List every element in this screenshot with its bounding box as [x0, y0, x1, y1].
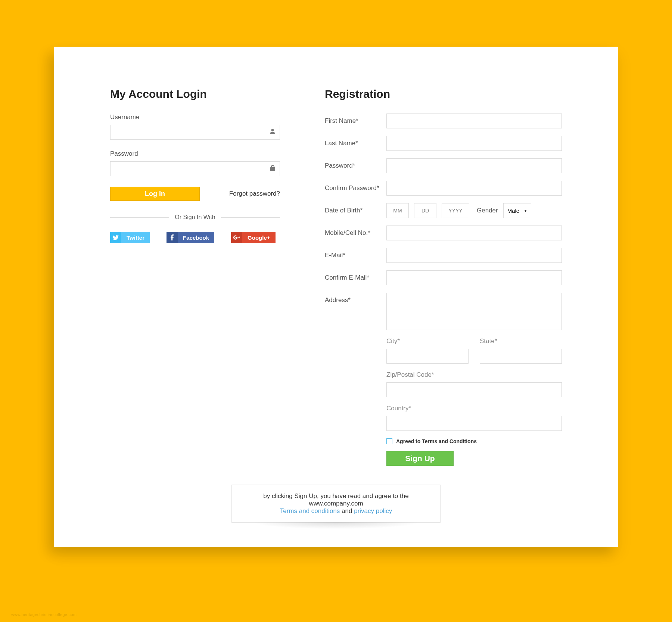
privacy-link[interactable]: privacy policy — [354, 507, 392, 514]
first-name-label: First Name* — [325, 117, 386, 125]
city-input[interactable] — [386, 349, 469, 364]
gender-label: Gender — [477, 207, 498, 214]
address-label: Address* — [325, 293, 386, 304]
signup-button[interactable]: Sign Up — [386, 451, 454, 466]
terms-link[interactable]: Terms and conditions — [280, 507, 340, 514]
password-label: Password — [110, 150, 280, 158]
state-label: State* — [480, 338, 562, 345]
mobile-label: Mobile/Cell No.* — [325, 229, 386, 237]
username-input[interactable] — [110, 125, 280, 140]
zip-input[interactable] — [386, 382, 562, 397]
username-label: Username — [110, 113, 280, 121]
google-label: Google+ — [242, 234, 275, 241]
dob-day-input[interactable] — [414, 203, 436, 218]
confirm-password-label: Confirm Password* — [325, 184, 386, 192]
facebook-button[interactable]: Facebook — [167, 232, 214, 243]
zip-label: Zip/Postal Code* — [386, 371, 562, 379]
user-icon — [270, 128, 276, 136]
country-label: Country* — [386, 405, 562, 412]
login-title: My Account Login — [110, 88, 280, 100]
divider-text: Or Sign In With — [175, 214, 215, 221]
main-card: My Account Login Username Password Log I… — [54, 47, 618, 547]
terms-checkbox[interactable] — [386, 438, 392, 444]
forgot-password-link[interactable]: Forgot password? — [229, 190, 280, 198]
disclosure-text: by clicking Sign Up, you have read and a… — [263, 492, 408, 507]
last-name-input[interactable] — [386, 136, 562, 151]
disclosure-box: by clicking Sign Up, you have read and a… — [231, 485, 441, 523]
city-label: City* — [386, 338, 469, 345]
terms-label: Agreed to Terms and Conditions — [396, 438, 477, 444]
login-button[interactable]: Log In — [110, 187, 200, 201]
mobile-input[interactable] — [386, 226, 562, 240]
gender-select[interactable]: Male — [503, 203, 531, 218]
confirm-password-input[interactable] — [386, 181, 562, 196]
twitter-button[interactable]: Twitter — [110, 232, 150, 243]
google-button[interactable]: Google+ — [231, 232, 275, 243]
watermark: www.heritagechristiancollege.com — [11, 612, 77, 617]
reg-password-input[interactable] — [386, 158, 562, 173]
email-label: E-Mail* — [325, 252, 386, 259]
dob-label: Date of Birth* — [325, 207, 386, 214]
confirm-email-label: Confirm E-Mail* — [325, 274, 386, 282]
facebook-icon — [167, 232, 178, 243]
lock-icon — [270, 165, 276, 172]
first-name-input[interactable] — [386, 113, 562, 128]
reg-password-label: Password* — [325, 162, 386, 170]
password-input[interactable] — [110, 161, 280, 176]
registration-section: Registration First Name* Last Name* Pass… — [325, 88, 562, 466]
registration-title: Registration — [325, 88, 562, 100]
google-icon — [231, 232, 242, 243]
login-section: My Account Login Username Password Log I… — [110, 88, 280, 466]
facebook-label: Facebook — [178, 234, 214, 241]
dob-month-input[interactable] — [386, 203, 409, 218]
twitter-label: Twitter — [121, 234, 150, 241]
last-name-label: Last Name* — [325, 140, 386, 147]
social-divider: Or Sign In With — [110, 214, 280, 221]
disclosure-and: and — [342, 507, 354, 514]
state-input[interactable] — [480, 349, 562, 364]
email-input[interactable] — [386, 248, 562, 263]
twitter-icon — [110, 232, 121, 243]
address-input[interactable] — [386, 293, 562, 330]
confirm-email-input[interactable] — [386, 270, 562, 285]
country-input[interactable] — [386, 416, 562, 431]
dob-year-input[interactable] — [442, 203, 469, 218]
